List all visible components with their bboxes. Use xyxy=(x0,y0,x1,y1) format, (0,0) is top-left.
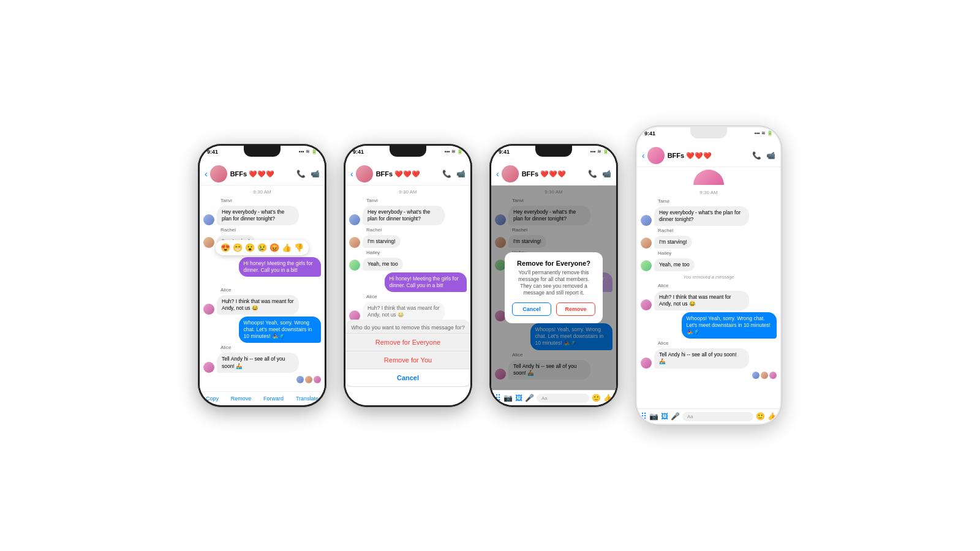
remove-everyone-btn[interactable]: Remove for Everyone xyxy=(345,334,470,351)
copy-action[interactable]: Copy xyxy=(206,395,219,402)
camera-icon-3[interactable]: 📷 xyxy=(503,394,513,402)
phone-icon-3[interactable]: 📞 xyxy=(588,170,597,178)
back-button-3[interactable]: ‹ xyxy=(496,169,499,179)
bubble-rachel-4: I'm starving! xyxy=(654,236,692,249)
read-receipts-1 xyxy=(296,376,321,383)
photo-icon-3[interactable]: 🖼 xyxy=(515,394,522,402)
video-icon-2[interactable]: 📹 xyxy=(456,170,466,178)
avatar-tanvi-1 xyxy=(203,214,214,225)
phone-4: 9:41 ▪▪▪ ≋ 🔋 ‹ BFFs ❤️❤️❤️ 📞 📹 9:30 AM T… xyxy=(635,126,782,425)
thumbsup-icon-4[interactable]: 👍 xyxy=(767,412,777,421)
message-input-4[interactable]: Aa xyxy=(682,412,753,421)
removed-msg-4: You removed a message xyxy=(641,274,777,280)
header-title-2: BFFs ❤️❤️❤️ xyxy=(376,170,442,178)
avatar-hailey-4 xyxy=(641,260,652,271)
msg-row-alice-2: Huh? I think that was meant for Andy, no… xyxy=(349,302,467,321)
forward-action[interactable]: Forward xyxy=(263,395,284,402)
emoji-thumbsup[interactable]: 👍 xyxy=(282,243,292,252)
grid-icon-4[interactable]: ⠿ xyxy=(641,411,647,421)
message-input-3[interactable]: Aa xyxy=(537,394,589,403)
avatar-tanvi-2 xyxy=(349,214,360,225)
header-icons-1: 📞 📹 xyxy=(296,170,320,178)
time-1: 9:41 xyxy=(207,149,218,155)
camera-icon-4[interactable]: 📷 xyxy=(649,412,658,421)
input-bar-3: ⠿ 📷 🖼 🎤 Aa 🙂 👍 xyxy=(491,390,616,405)
translate-action[interactable]: Translate xyxy=(296,395,318,402)
video-icon-1[interactable]: 📹 xyxy=(311,170,320,178)
phone-4-screen: 9:41 ▪▪▪ ≋ 🔋 ‹ BFFs ❤️❤️❤️ 📞 📹 9:30 AM T… xyxy=(637,127,780,424)
sender-tanvi-1: Tanvi xyxy=(221,198,321,203)
bubble-alice2-1: Tell Andy hi -- see all of you soon! 🚣 xyxy=(217,353,299,372)
phone-4-wrapper: 9:41 ▪▪▪ ≋ 🔋 ‹ BFFs ❤️❤️❤️ 📞 📹 9:30 AM T… xyxy=(635,126,782,425)
msg-row-tanvi-1: Hey everybody - what's the plan for dinn… xyxy=(203,206,321,225)
photo-icon-4[interactable]: 🖼 xyxy=(661,412,668,421)
remove-action[interactable]: Remove xyxy=(231,395,252,402)
header-avatar-1 xyxy=(210,165,227,182)
alert-box-3: Remove for Everyone? You'll permanently … xyxy=(505,252,603,323)
emoji-bar-1: 😍 😁 😮 😢 😡 👍 👎 xyxy=(216,240,309,255)
bubble-alice-2: Huh? I think that was meant for Andy, no… xyxy=(363,302,445,321)
action-sheet-title-2: Who do you want to remove this message f… xyxy=(345,320,470,334)
sender-alice-1: Alice xyxy=(221,287,321,293)
phone-icon-2[interactable]: 📞 xyxy=(442,170,451,178)
time-3: 9:41 xyxy=(499,149,510,155)
emoji-angry[interactable]: 😡 xyxy=(270,243,279,252)
msg-row-tanvi-2: Hey everybody - what's the plan for dinn… xyxy=(349,206,467,225)
msg-row-hailey-2: Yeah, me too xyxy=(349,258,467,271)
phone-icon-1[interactable]: 📞 xyxy=(296,170,306,178)
emoji-wow[interactable]: 😮 xyxy=(245,243,255,252)
msg-row-rachel-4: I'm starving! xyxy=(641,236,777,249)
mic-icon-4[interactable]: 🎤 xyxy=(671,412,680,421)
back-button-2[interactable]: ‹ xyxy=(350,169,353,179)
header-title-1: BFFs ❤️❤️❤️ xyxy=(230,170,296,178)
time-2: 9:41 xyxy=(353,149,364,155)
emoji-heart-eyes[interactable]: 😍 xyxy=(221,243,230,252)
grid-icon-3[interactable]: ⠿ xyxy=(495,393,501,403)
emoji-thumbsdown[interactable]: 👎 xyxy=(294,243,304,252)
cancel-btn-2[interactable]: Cancel xyxy=(345,369,470,387)
header-title-4: BFFs ❤️❤️❤️ xyxy=(668,152,752,160)
alert-buttons-3: Cancel Remove xyxy=(512,302,595,316)
chat-area-1: 9:30 AM Tanvi Hey everybody - what's the… xyxy=(200,186,325,391)
alert-remove-3[interactable]: Remove xyxy=(556,302,595,316)
bubble-hailey-2: Yeah, me too xyxy=(363,258,403,271)
receipt-4a xyxy=(752,372,760,379)
phone-2-wrapper: 9:41 ▪▪▪ ≋ 🔋 ‹ BFFs ❤️❤️❤️ 📞 📹 9:30 AM T… xyxy=(344,144,472,407)
signal-1: ▪▪▪ ≋ 🔋 xyxy=(299,149,317,154)
chat-area-3: 9:30 AM Tanvi Hey everybody - what's the… xyxy=(491,186,616,390)
signal-2: ▪▪▪ ≋ 🔋 xyxy=(445,149,463,154)
avatar-alice-4 xyxy=(641,299,652,310)
back-button-4[interactable]: ‹ xyxy=(642,151,645,160)
emoji-icon-4[interactable]: 🙂 xyxy=(756,412,765,421)
sender-alice-4: Alice xyxy=(658,283,777,288)
bubble-alice-1: Huh? I think that was meant for Andy, no… xyxy=(217,295,299,315)
emoji-grin[interactable]: 😁 xyxy=(233,243,243,252)
emoji-icon-3[interactable]: 🙂 xyxy=(592,394,601,402)
phone-icon-4[interactable]: 📞 xyxy=(752,151,761,160)
phone-3: 9:41 ▪▪▪ ≋ 🔋 ‹ BFFs ❤️❤️❤️ 📞 📹 9:30 AM T… xyxy=(489,144,618,407)
time-label-1: 9:30 AM xyxy=(203,189,321,195)
sender-rachel-2: Rachel xyxy=(366,227,467,233)
sender-alice2-1: Alice xyxy=(221,345,321,350)
alert-cancel-3[interactable]: Cancel xyxy=(512,302,551,316)
input-bar-4: ⠿ 📷 🖼 🎤 Aa 🙂 👍 xyxy=(637,408,780,424)
receipt-2 xyxy=(305,376,312,383)
remove-for-you-btn[interactable]: Remove for You xyxy=(345,351,470,369)
alert-overlay-3: Remove for Everyone? You'll permanently … xyxy=(491,186,616,390)
notch-2 xyxy=(390,146,426,157)
msg-row-out-4: Whoops! Yeah, sorry. Wrong chat. Let's m… xyxy=(641,312,777,339)
avatar-alice-1 xyxy=(203,304,214,315)
back-button-1[interactable]: ‹ xyxy=(205,169,208,179)
receipt-3 xyxy=(314,376,321,383)
emoji-sad[interactable]: 😢 xyxy=(257,243,267,252)
mic-icon-3[interactable]: 🎤 xyxy=(525,394,534,402)
thumbsup-icon-3[interactable]: 👍 xyxy=(603,394,612,402)
receipt-4b xyxy=(761,372,768,379)
sender-rachel-1: Rachel xyxy=(221,227,321,233)
header-2: ‹ BFFs ❤️❤️❤️ 📞 📹 xyxy=(345,163,470,186)
video-icon-4[interactable]: 📹 xyxy=(766,151,775,160)
header-icons-3: 📞 📹 xyxy=(588,170,611,178)
bottom-actions-1: Copy Remove Forward Translate xyxy=(200,391,325,405)
video-icon-3[interactable]: 📹 xyxy=(602,170,611,178)
header-icons-4: 📞 📹 xyxy=(752,151,775,160)
